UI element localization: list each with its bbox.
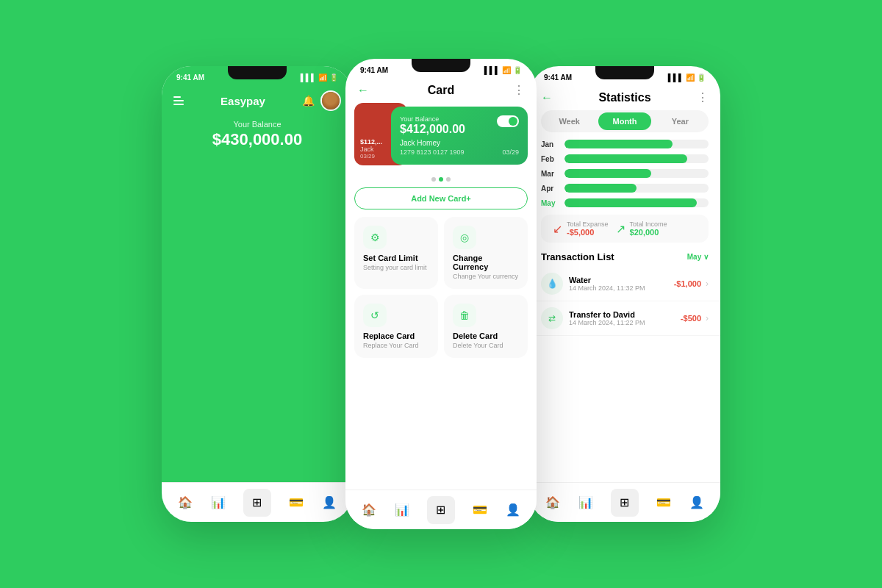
more-dots-card[interactable]: ⋮: [513, 83, 525, 97]
change-currency-icon: ◎: [453, 226, 476, 249]
tx-water-amount: -$1,000: [674, 279, 701, 288]
bar-may: May: [541, 198, 709, 207]
avatar[interactable]: [320, 90, 341, 111]
card-header: ← Card ⋮: [345, 77, 537, 103]
menu-icon[interactable]: [173, 96, 184, 105]
card-option-delete[interactable]: 🗑 Delete Card Delete Your Card: [444, 295, 528, 358]
tx-water-arrow: ›: [706, 279, 709, 289]
card-option-replace[interactable]: ↺ Replace Card Replace Your Card: [354, 295, 438, 358]
change-currency-desc: Change Your currency: [453, 273, 519, 280]
card-number: 1279 8123 0127 1909: [400, 148, 465, 156]
bottom-nav-3: 🏠 📊 ⊞ 💳 👤: [529, 482, 720, 522]
phone-home: 9:41 AM ▌▌▌ 📶 🔋 Easypay 🔔: [162, 66, 353, 522]
bar-feb: Feb: [541, 154, 709, 163]
expense-arrow-icon: ↙: [553, 222, 562, 236]
nav-home-1[interactable]: 🏠: [178, 495, 193, 509]
status-icons-3: ▌▌▌ 📶 🔋: [668, 74, 706, 82]
nav-home-3[interactable]: 🏠: [545, 495, 560, 509]
tx-david-icon: ⇄: [541, 307, 563, 329]
delete-card-desc: Delete Your Card: [453, 342, 519, 349]
tab-month[interactable]: Month: [598, 112, 650, 130]
cards-display: $112,... Jack 03/29 Your Balance $412,00…: [354, 103, 528, 173]
card-holder-name: Jack Homey: [400, 139, 519, 147]
bar-apr: Apr: [541, 184, 709, 193]
top-bar: Easypay 🔔: [173, 90, 341, 111]
tx-title: Transaction List: [541, 251, 614, 262]
more-dots-stats[interactable]: ⋮: [697, 90, 709, 104]
nav-stats-3[interactable]: 📊: [578, 495, 593, 509]
card-option-set-limit[interactable]: ⚙ Set Card Limit Setting your card limit: [354, 217, 438, 289]
nav-card-2[interactable]: 💳: [473, 503, 487, 517]
dot-2: [439, 177, 443, 182]
set-limit-icon: ⚙: [363, 226, 387, 249]
tx-water: 💧 Water 14 March 2024, 11:32 PM -$1,000 …: [529, 267, 720, 301]
expense-value: -$5,000: [567, 228, 609, 237]
nav-profile-3[interactable]: 👤: [689, 495, 704, 509]
nav-card-1[interactable]: 💳: [289, 495, 304, 509]
tx-month[interactable]: May ∨: [687, 253, 709, 261]
stats-header: ← Statistics ⋮: [529, 85, 720, 110]
card-green[interactable]: Your Balance $412,000.00 Jack Homey 1279…: [391, 107, 528, 165]
income-arrow-icon: ↗: [616, 222, 625, 236]
nav-home-2[interactable]: 🏠: [362, 503, 376, 517]
add-new-card-button[interactable]: Add New Card+: [354, 187, 528, 209]
delete-card-title: Delete Card: [453, 331, 519, 340]
app-title: Easypay: [220, 95, 265, 107]
tx-david-amount: -$500: [681, 314, 701, 323]
stats-title: Statistics: [598, 91, 650, 104]
card-balance-label: Your Balance: [400, 115, 465, 123]
set-limit-title: Set Card Limit: [363, 254, 429, 262]
tab-year[interactable]: Year: [654, 112, 706, 130]
nav-qr-2[interactable]: ⊞: [427, 496, 455, 524]
card-title: Card: [428, 84, 454, 97]
phone-card: 9:41 AM ▌▌▌ 📶 🔋 ← Card ⋮ $112,... Jack 0…: [345, 59, 537, 529]
replace-card-desc: Replace Your Card: [363, 342, 429, 349]
tx-water-date: 14 March 2024, 11:32 PM: [569, 284, 645, 292]
bar-chart: Jan Feb Mar Apr May: [529, 140, 720, 207]
balance-section: Your Balance $430,000.00: [173, 120, 341, 149]
notch-3: [595, 66, 654, 79]
nav-stats-1[interactable]: 📊: [211, 495, 226, 509]
notch-2: [412, 59, 470, 72]
income-label: Total Income: [630, 220, 667, 228]
card-dots: [345, 177, 537, 182]
bar-jan: Jan: [541, 140, 709, 148]
dot-1: [431, 177, 436, 182]
bell-icon[interactable]: 🔔: [302, 95, 315, 107]
top-bar-icons: 🔔: [302, 90, 341, 111]
balance-label: Your Balance: [173, 120, 341, 129]
tx-water-icon: 💧: [541, 273, 563, 295]
dot-3: [446, 177, 451, 182]
back-arrow-card[interactable]: ←: [357, 84, 369, 97]
income-value: $20,000: [630, 228, 667, 237]
nav-qr-1[interactable]: ⊞: [243, 489, 271, 517]
status-icons-1: ▌▌▌ 📶 🔋: [301, 74, 338, 82]
phones-container: 9:41 AM ▌▌▌ 📶 🔋 Easypay 🔔: [162, 59, 720, 529]
expense-label: Total Expanse: [567, 220, 609, 228]
replace-card-title: Replace Card: [363, 331, 429, 340]
card-balance-amount: $412,000.00: [400, 123, 465, 136]
back-arrow-stats[interactable]: ←: [541, 91, 553, 104]
tx-david-name: Transfer to David: [569, 310, 645, 319]
tab-week[interactable]: Week: [543, 112, 595, 130]
replace-card-icon: ↺: [363, 304, 387, 327]
card-expiry: 03/29: [502, 148, 519, 156]
bar-mar: Mar: [541, 169, 709, 178]
transaction-header: Transaction List May ∨: [529, 248, 720, 267]
nav-qr-3[interactable]: ⊞: [611, 489, 639, 517]
nav-card-3[interactable]: 💳: [656, 495, 671, 509]
card-option-change-currency[interactable]: ◎ Change Currency Change Your currency: [444, 217, 528, 289]
time-2: 9:41 AM: [360, 66, 388, 74]
balance-amount: $430,000.00: [173, 130, 341, 149]
tx-water-name: Water: [569, 276, 645, 284]
delete-card-icon: 🗑: [453, 304, 476, 327]
nav-profile-2[interactable]: 👤: [506, 503, 520, 517]
phone-statistics: 9:41 AM ▌▌▌ 📶 🔋 ← Statistics ⋮ Week Mont…: [529, 66, 720, 522]
nav-profile-1[interactable]: 👤: [322, 495, 337, 509]
stats-summary: ↙ Total Expanse -$5,000 ↗ Total Income $…: [541, 215, 709, 243]
set-limit-desc: Setting your card limit: [363, 264, 429, 271]
change-currency-title: Change Currency: [453, 254, 519, 271]
tx-david-date: 14 March 2024, 11:22 PM: [569, 319, 645, 326]
card-toggle[interactable]: [497, 115, 519, 127]
nav-stats-2[interactable]: 📊: [395, 503, 409, 517]
